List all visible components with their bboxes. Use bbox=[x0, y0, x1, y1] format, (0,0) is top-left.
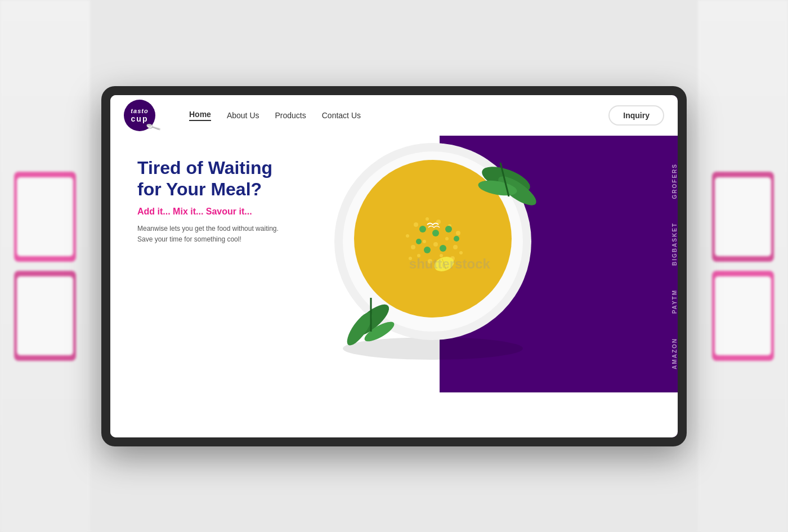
nav-products[interactable]: Products bbox=[275, 111, 306, 120]
bg-card-2 bbox=[14, 271, 76, 361]
logo-circle: tasto cup 🥄 bbox=[124, 100, 155, 131]
hero-title: Tired of Waiting for Your Meal? bbox=[137, 157, 279, 200]
website-content: GROFERS BIGBASKET PAYTM AMAZON NOMSG 🌴 ⚗… bbox=[110, 95, 678, 437]
hero-description: Meanwise lets you get the food without w… bbox=[137, 223, 279, 245]
svg-point-22 bbox=[432, 230, 439, 236]
svg-point-5 bbox=[426, 217, 429, 221]
svg-point-16 bbox=[428, 259, 432, 263]
nav-contact[interactable]: Contact Us bbox=[322, 111, 361, 120]
logo-bottom-text: cup bbox=[131, 114, 149, 123]
nav-about[interactable]: About Us bbox=[227, 111, 259, 120]
hero-subtitle: Add it... Mix it... Savour it... bbox=[137, 207, 279, 217]
v-label-amazon: AMAZON bbox=[671, 338, 678, 369]
v-label-bigbasket: BIGBASKET bbox=[671, 222, 678, 266]
svg-point-25 bbox=[440, 245, 446, 252]
svg-point-9 bbox=[406, 234, 409, 238]
inquiry-button[interactable]: Inquiry bbox=[608, 105, 664, 126]
v-label-grofers: GROFERS bbox=[671, 163, 678, 199]
logo-top-text: tasto bbox=[131, 108, 148, 114]
main-nav: Home About Us Products Contact Us bbox=[189, 110, 361, 121]
svg-point-19 bbox=[409, 257, 412, 260]
bg-left-panel bbox=[0, 0, 90, 532]
bg-card-1 bbox=[14, 172, 76, 262]
hero-text: Tired of Waiting for Your Meal? Add it..… bbox=[137, 157, 279, 245]
svg-point-8 bbox=[456, 231, 460, 235]
bg-right-panel bbox=[698, 0, 788, 532]
svg-point-17 bbox=[440, 254, 443, 257]
logo-brand: tasto cup bbox=[131, 108, 148, 123]
svg-point-12 bbox=[433, 242, 438, 247]
svg-point-27 bbox=[454, 236, 459, 242]
svg-point-15 bbox=[417, 254, 420, 257]
svg-point-10 bbox=[411, 245, 415, 249]
svg-point-20 bbox=[459, 251, 463, 254]
svg-point-14 bbox=[453, 245, 458, 249]
svg-point-21 bbox=[419, 226, 426, 233]
header: tasto cup 🥄 Home About Us Products Conta… bbox=[110, 95, 678, 136]
svg-point-24 bbox=[424, 247, 431, 253]
svg-point-13 bbox=[445, 237, 449, 240]
v-label-paytm: PAYTM bbox=[671, 289, 678, 314]
main-section: GROFERS BIGBASKET PAYTM AMAZON NOMSG 🌴 ⚗… bbox=[110, 95, 678, 437]
svg-point-11 bbox=[423, 240, 426, 243]
vertical-labels: GROFERS BIGBASKET PAYTM AMAZON bbox=[671, 140, 678, 392]
svg-point-23 bbox=[445, 226, 452, 233]
bg-card-3 bbox=[712, 172, 774, 262]
svg-point-26 bbox=[416, 239, 422, 244]
food-plate-svg bbox=[315, 129, 551, 365]
tablet-frame: GROFERS BIGBASKET PAYTM AMAZON NOMSG 🌴 ⚗… bbox=[101, 86, 687, 446]
svg-point-4 bbox=[414, 222, 418, 227]
bg-card-4 bbox=[712, 271, 774, 361]
logo-area: tasto cup 🥄 bbox=[124, 100, 155, 131]
nav-home[interactable]: Home bbox=[189, 110, 211, 121]
food-image-container: shutterstock bbox=[315, 129, 585, 399]
